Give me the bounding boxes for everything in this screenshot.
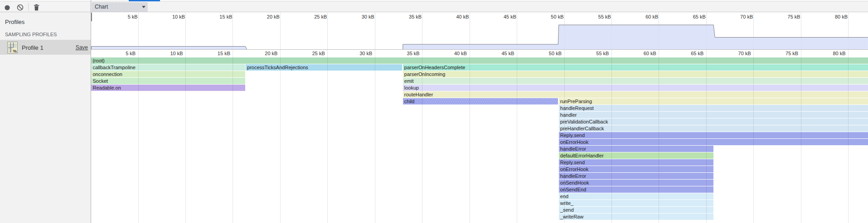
flame-grid-line [470,50,470,223]
view-mode-select[interactable]: Chart [92,2,148,12]
flame-grid-line [848,50,849,223]
flame-frame-label: onErrorHook [559,166,588,172]
flame-frame-label: Readable.on [91,85,121,90]
flame-frame-emit[interactable]: emit [403,78,868,84]
flame-grid-line [611,50,612,223]
flame-frame-write[interactable]: write_ [559,200,713,206]
flame-frame-processticksandrejections[interactable]: processTicksAndRejections [246,64,402,71]
flame-frame-label: parserOnIncoming [403,71,446,77]
flame-frame-handleerror[interactable]: handleError [559,173,713,179]
flame-frame-onerrorhook[interactable]: onErrorHook [559,139,868,145]
profiler-main-pane: Chart 5 kB10 kB15 kB20 kB25 kB30 kB35 kB… [91,0,868,223]
flame-frame-label: callbackTrampoline [91,65,135,70]
flame-frame-readable-on[interactable]: Readable.on [91,85,245,91]
flame-frame-prevalidationcallback[interactable]: preValidationCallback [559,119,868,125]
sidebar-heading: Profiles [5,19,24,25]
flame-frame-end[interactable]: end [559,193,713,199]
svg-text:%: % [13,48,17,53]
heap-profile-icon: % [7,42,18,53]
flame-grid-line [564,50,565,223]
flame-frame-handleerror[interactable]: handleError [559,146,713,152]
flame-frame-parseronheaderscomplete[interactable]: parserOnHeadersComplete [403,64,868,71]
flame-grid-line [233,50,233,223]
flame-grid-line [375,50,375,223]
flame-frame-label: onErrorHook [559,139,588,145]
flame-grid-line [659,50,659,223]
devtools-memory-profiler-panel: Profiles SAMPLING PROFILES % Profile 1 S… [0,0,868,223]
flame-frame-label: _writeRaw [559,214,583,219]
flame-grid-line [753,50,754,223]
flame-frame-parseronincoming[interactable]: parserOnIncoming [403,71,868,77]
flame-frame-label: _send [559,207,574,213]
flame-grid-line [185,50,186,223]
flame-ruler-tick-label: 5 kB [126,51,136,56]
flame-ruler-tick-label: 20 kB [265,51,277,56]
overview-window-left-handle[interactable] [91,13,92,21]
block-icon [17,4,24,11]
flame-frame-label: handleError [559,146,586,152]
flame-frame-label: processTicksAndRejections [246,65,308,70]
flame-frame-label: defaultErrorHandler [559,153,604,158]
flame-grid-line [327,50,328,223]
flame-frame-label: Reply.send [559,160,585,165]
flame-frame-label: Reply.send [559,133,585,138]
flame-frame-label: handleError [559,173,586,179]
sidebar-section-label: SAMPLING PROFILES [5,32,57,37]
allocation-overview[interactable]: 5 kB10 kB15 kB20 kB25 kB30 kB35 kB40 kB4… [91,13,868,50]
flame-frame-label: onconnection [91,71,122,77]
flame-frame-runpreparsing[interactable]: runPreParsing [559,98,868,104]
toolbar-separator [28,3,29,10]
profiles-sidebar: Profiles SAMPLING PROFILES % Profile 1 S… [0,12,91,223]
save-link[interactable]: Save [76,44,88,51]
flame-ruler-tick-label: 80 kB [833,51,845,56]
flame-frame-prehandlercallback[interactable]: preHandlerCallback [559,125,868,132]
flame-frame-onerrorhook[interactable]: onErrorHook [559,166,713,172]
flame-frame-label: handler [559,112,577,118]
flame-frame-lookup[interactable]: lookup [403,85,868,91]
flame-ruler-tick-label: 70 kB [738,51,751,56]
flame-frame-label: parserOnHeadersComplete [403,65,466,70]
flame-frame-routehandler[interactable]: routeHandler [403,91,868,98]
flame-ruler-tick-label: 15 kB [218,51,230,56]
record-button[interactable] [4,2,10,13]
flame-frame-label: lookup [403,85,419,90]
flame-frame-label: write_ [559,200,573,206]
flame-frame-handlerequest[interactable]: handleRequest [559,105,868,111]
flame-frame-dotted-texture [424,98,558,104]
flame-frame-handler[interactable]: handler [559,112,868,118]
flame-grid-line [138,50,139,223]
flame-frame-onconnection[interactable]: onconnection [91,71,245,77]
flame-frame-label: emit [403,78,414,84]
flame-frame-onsendhook[interactable]: onSendHook [559,180,713,186]
view-mode-value: Chart [95,4,108,10]
flame-frame-writeraw[interactable]: _writeRaw [559,214,713,220]
flame-frame-label: onSendEnd [559,187,587,192]
flame-frame-root[interactable]: (root) [91,57,868,64]
flame-ruler-tick-label: 35 kB [407,51,420,56]
flame-chart[interactable]: 5 kB10 kB15 kB20 kB25 kB30 kB35 kB40 kB4… [91,50,868,223]
sidebar-item-profile-1[interactable]: % Profile 1 Save [0,40,91,55]
delete-button[interactable] [34,2,39,13]
flame-frame-label: preValidationCallback [559,119,608,124]
flame-ruler-tick-label: 65 kB [691,51,703,56]
flame-frame-defaulterrorhandler[interactable]: defaultErrorHandler [559,152,713,159]
flame-frame-send[interactable]: _send [559,207,713,213]
flame-frame-reply-send[interactable]: Reply.send [559,159,713,166]
flame-frame-callbacktrampoline[interactable]: callbackTrampoline [91,64,245,71]
clear-button[interactable] [17,2,24,13]
flame-grid-line [517,50,517,223]
record-icon [4,5,10,11]
trash-icon [34,4,39,11]
flame-frame-socket[interactable]: Socket [91,78,245,84]
flame-frame-child[interactable]: child [403,98,558,104]
flame-frame-onsendend[interactable]: onSendEnd [559,186,713,193]
flame-ruler-tick-label: 60 kB [644,51,656,56]
profile-name: Profile 1 [22,44,44,51]
flame-frame-reply-send[interactable]: Reply.send [559,132,868,138]
flame-frame-label: (root) [91,58,104,63]
flame-ruler-tick-label: 30 kB [359,51,372,56]
flame-frame-label: preHandlerCallback [559,126,604,131]
flame-frame-label: child [403,99,415,104]
flame-ruler-tick-label: 55 kB [596,51,609,56]
flame-frame-label: routeHandler [403,92,433,97]
